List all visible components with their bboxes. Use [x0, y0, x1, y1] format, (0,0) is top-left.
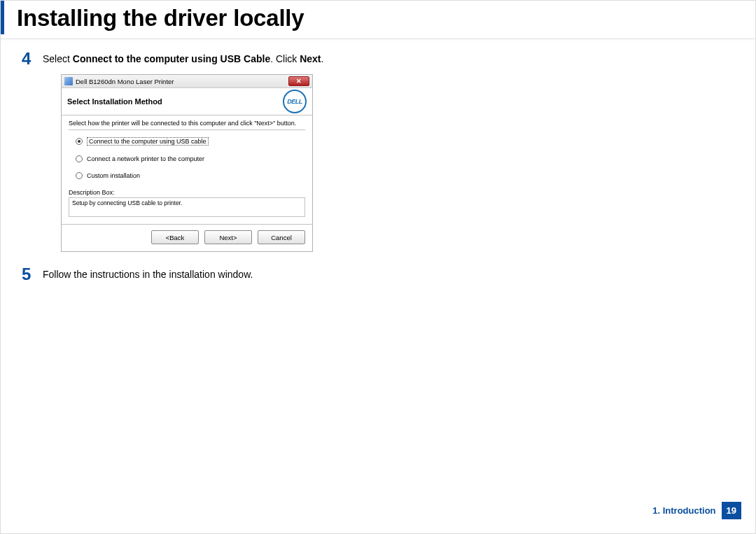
installer-header-title: Select Installation Method	[67, 97, 162, 106]
description-box: Setup by connecting USB cable to printer…	[69, 197, 305, 217]
installer-window: Dell B1260dn Mono Laser Printer ✕ Select…	[61, 74, 313, 252]
installer-buttons: <Back Next> Cancel	[62, 224, 312, 251]
close-icon: ✕	[296, 78, 302, 85]
footer-page-number: 19	[722, 502, 741, 519]
step-5: 5 Follow the instructions in the install…	[22, 266, 741, 283]
step4-post: .	[321, 53, 324, 64]
section-divider	[1, 38, 755, 39]
close-button[interactable]: ✕	[288, 76, 309, 86]
installer-instruction: Select how the printer will be connected…	[69, 120, 305, 130]
window-titlebar: Dell B1260dn Mono Laser Printer ✕	[62, 75, 312, 88]
radio-icon	[76, 155, 83, 162]
cancel-button[interactable]: Cancel	[258, 230, 305, 244]
step-text: Follow the instructions in the installat…	[43, 266, 253, 282]
step-text: Select Connect to the computer using USB…	[43, 50, 323, 66]
option-usb[interactable]: Connect to the computer using USB cable	[76, 137, 305, 146]
option-usb-label: Connect to the computer using USB cable	[87, 137, 209, 146]
dell-logo-icon: DELL	[283, 90, 307, 113]
step-number: 4	[22, 50, 43, 67]
page-footer: 1. Introduction 19	[652, 502, 741, 519]
window-title: Dell B1260dn Mono Laser Printer	[76, 78, 174, 85]
option-custom[interactable]: Custom installation	[76, 172, 305, 179]
option-network[interactable]: Connect a network printer to the compute…	[76, 155, 305, 162]
footer-section: 1. Introduction	[652, 505, 715, 516]
back-button[interactable]: <Back	[151, 230, 199, 244]
description-box-label: Description Box:	[69, 189, 305, 196]
app-icon	[64, 77, 73, 85]
steps-container: 4 Select Connect to the computer using U…	[1, 50, 755, 283]
step4-mid: . Click	[270, 53, 300, 64]
step4-bold2: Next	[300, 53, 321, 64]
next-button[interactable]: Next>	[204, 230, 252, 244]
option-network-label: Connect a network printer to the compute…	[87, 155, 204, 162]
radio-icon	[76, 172, 83, 179]
step-4: 4 Select Connect to the computer using U…	[22, 50, 741, 67]
installer-body: Select how the printer will be connected…	[62, 115, 312, 224]
installer-header: Select Installation Method DELL	[62, 88, 312, 115]
step4-bold1: Connect to the computer using USB Cable	[73, 53, 270, 64]
option-custom-label: Custom installation	[87, 172, 140, 179]
step4-pre: Select	[43, 53, 73, 64]
step-number: 5	[22, 266, 43, 283]
page-title: Installing the driver locally	[1, 1, 755, 34]
radio-icon	[76, 138, 83, 145]
